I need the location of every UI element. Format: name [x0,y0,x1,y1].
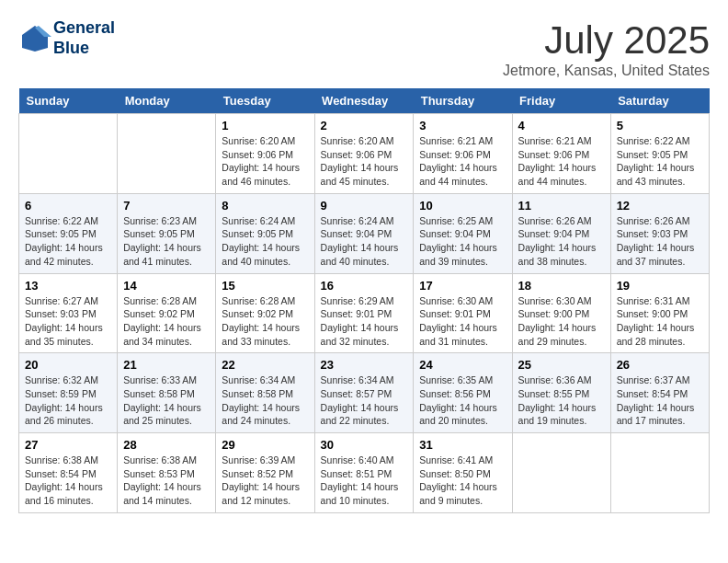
day-info: Sunrise: 6:21 AM Sunset: 9:06 PM Dayligh… [419,134,506,189]
weekday-header: Monday [118,88,216,114]
day-info: Sunrise: 6:40 AM Sunset: 8:51 PM Dayligh… [321,454,408,508]
day-info: Sunrise: 6:34 AM Sunset: 8:58 PM Dayligh… [222,373,308,428]
day-info: Sunrise: 6:38 AM Sunset: 8:54 PM Dayligh… [25,454,111,508]
calendar-cell: 24Sunrise: 6:35 AM Sunset: 8:56 PM Dayli… [414,353,512,433]
calendar-cell: 7Sunrise: 6:23 AM Sunset: 9:05 PM Daylig… [118,193,216,273]
location-subtitle: Jetmore, Kansas, United States [503,63,710,79]
calendar-cell: 18Sunrise: 6:30 AM Sunset: 9:00 PM Dayli… [512,273,610,353]
calendar-cell [512,433,610,513]
calendar-cell: 4Sunrise: 6:21 AM Sunset: 9:06 PM Daylig… [512,114,610,194]
day-info: Sunrise: 6:41 AM Sunset: 8:50 PM Dayligh… [419,454,506,508]
logo: General Blue [18,18,115,58]
logo-text: General Blue [53,18,115,58]
day-info: Sunrise: 6:39 AM Sunset: 8:52 PM Dayligh… [222,454,308,508]
day-info: Sunrise: 6:33 AM Sunset: 8:58 PM Dayligh… [123,373,210,428]
day-number: 16 [321,279,408,293]
day-info: Sunrise: 6:25 AM Sunset: 9:04 PM Dayligh… [419,214,506,269]
calendar-cell: 2Sunrise: 6:20 AM Sunset: 9:06 PM Daylig… [314,114,414,194]
day-number: 13 [25,279,111,293]
day-info: Sunrise: 6:22 AM Sunset: 9:05 PM Dayligh… [25,214,111,269]
day-number: 22 [222,358,308,372]
day-info: Sunrise: 6:28 AM Sunset: 9:02 PM Dayligh… [222,294,308,349]
day-number: 26 [617,358,703,372]
day-info: Sunrise: 6:32 AM Sunset: 8:59 PM Dayligh… [25,373,111,428]
day-number: 31 [419,438,506,452]
day-number: 1 [222,119,308,132]
calendar-cell: 30Sunrise: 6:40 AM Sunset: 8:51 PM Dayli… [314,433,414,513]
calendar-cell: 23Sunrise: 6:34 AM Sunset: 8:57 PM Dayli… [314,353,414,433]
day-number: 15 [222,279,308,293]
calendar-cell: 13Sunrise: 6:27 AM Sunset: 9:03 PM Dayli… [19,273,118,353]
calendar-week-row: 13Sunrise: 6:27 AM Sunset: 9:03 PM Dayli… [19,273,710,353]
day-info: Sunrise: 6:28 AM Sunset: 9:02 PM Dayligh… [123,294,210,349]
calendar-cell: 5Sunrise: 6:22 AM Sunset: 9:05 PM Daylig… [610,114,709,194]
day-info: Sunrise: 6:30 AM Sunset: 9:00 PM Dayligh… [518,294,605,349]
day-number: 23 [321,358,408,372]
weekday-header: Sunday [19,88,118,114]
calendar-cell: 26Sunrise: 6:37 AM Sunset: 8:54 PM Dayli… [610,353,709,433]
calendar-body: 1Sunrise: 6:20 AM Sunset: 9:06 PM Daylig… [19,114,710,513]
day-info: Sunrise: 6:20 AM Sunset: 9:06 PM Dayligh… [321,134,408,189]
day-info: Sunrise: 6:24 AM Sunset: 9:05 PM Dayligh… [222,214,308,269]
day-number: 14 [123,279,210,293]
weekday-header: Friday [512,88,610,114]
logo-icon [18,22,51,55]
day-number: 12 [617,199,703,213]
day-info: Sunrise: 6:37 AM Sunset: 8:54 PM Dayligh… [617,373,703,428]
calendar-cell: 10Sunrise: 6:25 AM Sunset: 9:04 PM Dayli… [414,193,512,273]
day-info: Sunrise: 6:31 AM Sunset: 9:00 PM Dayligh… [617,294,703,349]
day-number: 27 [25,438,111,452]
day-number: 5 [617,119,703,132]
calendar-cell: 12Sunrise: 6:26 AM Sunset: 9:03 PM Dayli… [610,193,709,273]
calendar-cell: 9Sunrise: 6:24 AM Sunset: 9:04 PM Daylig… [314,193,414,273]
calendar-cell [118,114,216,194]
day-info: Sunrise: 6:26 AM Sunset: 9:03 PM Dayligh… [617,214,703,269]
day-info: Sunrise: 6:35 AM Sunset: 8:56 PM Dayligh… [419,373,506,428]
day-number: 10 [419,199,506,213]
calendar-cell: 11Sunrise: 6:26 AM Sunset: 9:04 PM Dayli… [512,193,610,273]
day-number: 29 [222,438,308,452]
calendar-cell [610,433,709,513]
weekday-header: Wednesday [314,88,414,114]
calendar-cell: 20Sunrise: 6:32 AM Sunset: 8:59 PM Dayli… [19,353,118,433]
calendar-cell: 16Sunrise: 6:29 AM Sunset: 9:01 PM Dayli… [314,273,414,353]
calendar-cell [19,114,118,194]
day-number: 3 [419,119,506,132]
calendar-cell: 29Sunrise: 6:39 AM Sunset: 8:52 PM Dayli… [216,433,314,513]
calendar-cell: 8Sunrise: 6:24 AM Sunset: 9:05 PM Daylig… [216,193,314,273]
day-info: Sunrise: 6:23 AM Sunset: 9:05 PM Dayligh… [123,214,210,269]
calendar-cell: 31Sunrise: 6:41 AM Sunset: 8:50 PM Dayli… [414,433,512,513]
day-number: 8 [222,199,308,213]
day-number: 11 [518,199,605,213]
day-number: 9 [321,199,408,213]
calendar-header-row: SundayMondayTuesdayWednesdayThursdayFrid… [19,88,710,114]
day-number: 21 [123,358,210,372]
day-number: 30 [321,438,408,452]
day-info: Sunrise: 6:26 AM Sunset: 9:04 PM Dayligh… [518,214,605,269]
day-number: 4 [518,119,605,132]
calendar-cell: 19Sunrise: 6:31 AM Sunset: 9:00 PM Dayli… [610,273,709,353]
calendar-cell: 17Sunrise: 6:30 AM Sunset: 9:01 PM Dayli… [414,273,512,353]
calendar-cell: 21Sunrise: 6:33 AM Sunset: 8:58 PM Dayli… [118,353,216,433]
day-number: 28 [123,438,210,452]
day-info: Sunrise: 6:27 AM Sunset: 9:03 PM Dayligh… [25,294,111,349]
day-number: 25 [518,358,605,372]
day-info: Sunrise: 6:30 AM Sunset: 9:01 PM Dayligh… [419,294,506,349]
title-block: July 2025 Jetmore, Kansas, United States [503,18,710,79]
month-title: July 2025 [503,18,710,63]
day-info: Sunrise: 6:29 AM Sunset: 9:01 PM Dayligh… [321,294,408,349]
day-number: 18 [518,279,605,293]
calendar-week-row: 1Sunrise: 6:20 AM Sunset: 9:06 PM Daylig… [19,114,710,194]
svg-marker-0 [22,26,48,52]
day-info: Sunrise: 6:38 AM Sunset: 8:53 PM Dayligh… [123,454,210,508]
page-header: General Blue July 2025 Jetmore, Kansas, … [18,18,710,79]
day-number: 7 [123,199,210,213]
day-number: 20 [25,358,111,372]
day-number: 6 [25,199,111,213]
day-number: 24 [419,358,506,372]
calendar-cell: 14Sunrise: 6:28 AM Sunset: 9:02 PM Dayli… [118,273,216,353]
calendar-week-row: 27Sunrise: 6:38 AM Sunset: 8:54 PM Dayli… [19,433,710,513]
calendar-cell: 25Sunrise: 6:36 AM Sunset: 8:55 PM Dayli… [512,353,610,433]
calendar-cell: 15Sunrise: 6:28 AM Sunset: 9:02 PM Dayli… [216,273,314,353]
calendar-week-row: 6Sunrise: 6:22 AM Sunset: 9:05 PM Daylig… [19,193,710,273]
